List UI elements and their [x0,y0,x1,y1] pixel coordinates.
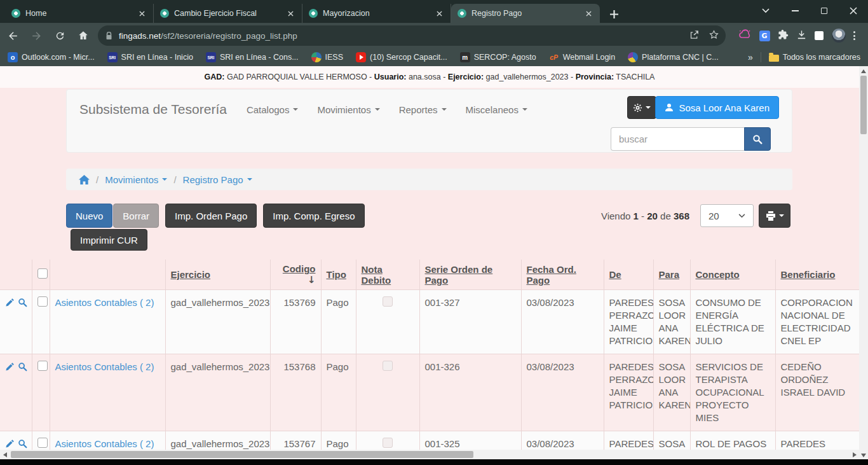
horizontal-scrollbar-thumb[interactable] [11,451,473,458]
bookmark-item[interactable]: (10) Sercop Capacit... [356,52,447,62]
breadcrumb-home-link[interactable] [79,175,90,184]
bookmark-item[interactable]: Plataforma CNC | C... [628,52,719,62]
close-tab-button[interactable] [434,8,444,18]
scroll-up-arrow[interactable] [859,66,868,76]
bookmarks-overflow-button[interactable]: » [740,52,761,62]
home-button[interactable] [72,25,94,46]
asientos-contables-link[interactable]: Asientos Contables ( 2) [55,438,154,449]
imprimir-cur-button[interactable]: Imprimir CUR [71,229,147,251]
vertical-scrollbar[interactable] [859,66,868,460]
bookmark-item[interactable]: SRISRI en Línea - Cons... [206,52,299,62]
tab-title: Registro Pago [471,9,578,18]
extensions-area: G [726,29,868,43]
page-size-select[interactable]: 20 [700,204,754,227]
cell-codigo: 153768 [270,354,321,431]
reload-button[interactable] [49,25,71,46]
row-checkbox[interactable] [37,296,48,307]
translate-extension-button[interactable]: G [759,31,770,41]
column-header-label[interactable]: Concepto [696,269,740,280]
menu-item-reportes[interactable]: Reportes [390,104,456,115]
cell-fecha: 03/08/2023 [521,290,604,354]
close-tab-icon [437,11,442,17]
print-menu-button[interactable] [759,204,790,228]
bookmark-item[interactable]: IESS [311,52,344,62]
address-bar[interactable]: fingads.net/sf2/tesoreria/registro_pago_… [98,25,726,46]
asientos-contables-link[interactable]: Asientos Contables ( 2) [55,361,154,372]
imp-comp-egreso-button[interactable]: Imp. Comp. Egreso [263,204,364,228]
table-row: Asientos Contables ( 2)gad_vallehermos_2… [0,290,859,354]
column-header-label[interactable]: Nota Debito [362,264,391,286]
settings-button[interactable] [627,96,656,119]
close-tab-button[interactable] [285,8,295,18]
row-checkbox[interactable] [37,438,48,448]
puzzle-icon [778,29,789,40]
close-tab-button[interactable] [583,8,593,18]
browser-tab[interactable]: Cambio Ejercicio Fiscal [154,4,302,23]
column-header-label[interactable]: Para [659,269,680,280]
menu-item-miscelaneos[interactable]: Miscelaneos [456,104,537,115]
view-row-button[interactable] [18,362,27,375]
browser-tab[interactable]: Home [5,4,154,23]
borrar-button[interactable]: Borrar [113,204,159,228]
column-header-label[interactable]: Serie Orden de Pago [425,264,493,286]
row-checkbox[interactable] [37,361,48,371]
profile-avatar[interactable] [832,29,846,43]
menu-item-catalogos[interactable]: Catalogos [237,104,308,115]
bookmark-item[interactable]: oOutlook.com - Micr... [8,52,95,62]
bookmark-star-button[interactable] [709,29,719,43]
select-all-checkbox[interactable] [37,268,48,279]
back-button[interactable] [2,25,24,46]
restore-button[interactable] [810,0,839,22]
breadcrumb-link[interactable]: Movimientos [105,174,167,185]
scroll-down-arrow[interactable] [859,450,868,460]
breadcrumb-separator: / [96,174,98,185]
imp-orden-pago-button[interactable]: Imp. Orden Pago [165,204,257,228]
search-input[interactable] [611,127,744,151]
horizontal-scrollbar[interactable] [0,450,859,459]
browser-tab[interactable]: Registro Pago [451,4,600,23]
browser-menu-button[interactable] [853,31,855,40]
bookmark-item[interactable]: cPWebmail Login [549,52,615,62]
asientos-contables-link[interactable]: Asientos Contables ( 2) [55,297,154,308]
browser-tab[interactable]: Mayorizacion [302,4,451,23]
nuevo-button[interactable]: Nuevo [66,204,112,228]
search-icon [752,134,763,144]
share-button[interactable] [689,29,700,43]
breadcrumb-link[interactable]: Registro Pago [183,174,252,185]
bookmark-item[interactable]: mSERCOP: Agosto [460,52,536,62]
search-button[interactable] [744,127,771,151]
tab-search-button[interactable] [751,0,780,22]
new-tab-button[interactable] [605,5,623,23]
extensions-menu-button[interactable] [778,29,789,43]
minimize-button[interactable] [780,0,810,22]
column-header-label[interactable]: Beneficiario [781,269,836,280]
close-tab-icon [586,11,592,17]
window-controls [751,0,868,22]
vertical-scrollbar-thumb[interactable] [860,76,867,134]
scroll-right-arrow[interactable] [850,450,859,459]
column-header-label[interactable]: Codigo [283,263,316,274]
edit-row-button[interactable] [5,298,15,310]
close-window-button[interactable] [839,0,868,22]
scroll-left-arrow[interactable] [0,450,10,459]
caret-down-icon [779,214,784,217]
edit-row-button[interactable] [5,362,15,375]
user-button[interactable]: Sosa Loor Ana Karen [655,96,779,119]
all-bookmarks-button[interactable]: Todos los marcadores [769,53,860,62]
view-row-button[interactable] [18,298,27,310]
column-header-label[interactable]: Fecha Ord. Pago [527,264,576,286]
column-header-label[interactable]: Tipo [327,269,346,280]
side-panel-button[interactable] [815,31,824,40]
bookmark-label: IESS [325,53,344,62]
bookmark-item[interactable]: SRISRI en Línea - Inicio [107,52,193,62]
bookmark-label: SRI en Línea - Inicio [121,53,193,62]
extension-cloud-button[interactable] [738,29,751,42]
bookmark-label: Outlook.com - Micr... [22,53,95,62]
menu-item-movimientos[interactable]: Movimientos [308,104,389,115]
close-tab-button[interactable] [137,8,147,18]
column-header-label[interactable]: De [609,269,621,280]
view-magnifier-icon [18,439,27,448]
forward-button[interactable] [25,25,47,46]
downloads-button[interactable] [796,29,807,43]
column-header-label[interactable]: Ejercicio [171,269,211,280]
